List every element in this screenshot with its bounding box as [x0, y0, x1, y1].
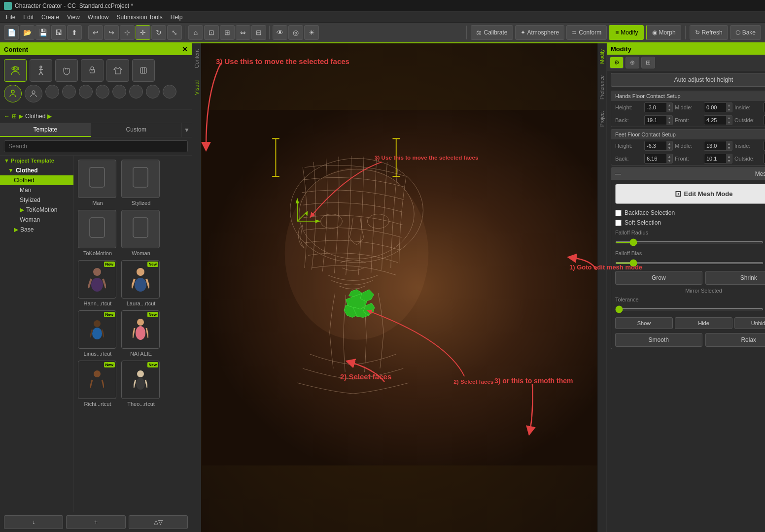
- footer-down-btn[interactable]: ↓: [4, 515, 63, 529]
- hands-middle-input[interactable]: ▲▼: [704, 102, 732, 112]
- tab-custom[interactable]: Custom: [91, 123, 182, 137]
- grow-btn[interactable]: Grow: [615, 271, 702, 285]
- menu-window[interactable]: Window: [84, 13, 113, 22]
- light-btn[interactable]: ☀: [304, 25, 319, 40]
- feet-middle-value[interactable]: [704, 142, 726, 150]
- home-btn[interactable]: ⌂: [188, 25, 203, 40]
- menu-edit[interactable]: Edit: [19, 13, 37, 22]
- breadcrumb-clothed[interactable]: Clothed: [25, 113, 45, 120]
- feet-middle-down[interactable]: ▼: [726, 146, 732, 150]
- menu-submission-tools[interactable]: Submission Tools: [113, 13, 167, 22]
- tree-man[interactable]: Man: [0, 185, 73, 195]
- grid-item-natalie[interactable]: New NATALIE: [121, 310, 161, 357]
- grid-item-stylized[interactable]: Stylized: [121, 160, 161, 206]
- modify-tab-grid[interactable]: ⊞: [641, 57, 655, 68]
- menu-create[interactable]: Create: [37, 13, 63, 22]
- grid-item-richi[interactable]: New Richi...rtcut: [78, 361, 117, 407]
- tree-stylized[interactable]: Stylized: [0, 195, 73, 205]
- tab-template[interactable]: Template: [0, 123, 91, 137]
- backface-label[interactable]: Backface Selection: [625, 209, 675, 216]
- tree-woman[interactable]: Woman: [0, 215, 73, 225]
- frame-btn[interactable]: ⊡: [204, 25, 219, 40]
- modify-tab-settings[interactable]: ⚙: [610, 57, 624, 68]
- figure-type-btn[interactable]: [4, 85, 22, 102]
- hands-back-up[interactable]: ▲: [666, 116, 672, 120]
- feet-front-down[interactable]: ▼: [726, 159, 732, 163]
- scale-btn[interactable]: ⤡: [167, 25, 182, 40]
- tabs-expand-btn[interactable]: ▼: [182, 123, 192, 137]
- grid-item-laura[interactable]: New Laura...rtcut: [121, 260, 161, 306]
- character-icon-btn[interactable]: [4, 59, 27, 82]
- footer-edit-btn[interactable]: △▽: [129, 515, 188, 529]
- content-panel-close[interactable]: ✕: [182, 45, 188, 53]
- hands-middle-down[interactable]: ▼: [726, 107, 732, 112]
- grid-item-woman[interactable]: Woman: [121, 210, 161, 256]
- grid-item-man[interactable]: Man: [78, 160, 117, 206]
- falloff-bias-slider[interactable]: [615, 262, 764, 264]
- circle-btn-9[interactable]: [146, 85, 160, 99]
- hands-front-value[interactable]: [704, 116, 726, 124]
- new-btn[interactable]: 📄: [4, 25, 19, 40]
- grid-btn[interactable]: ⊞: [220, 25, 235, 40]
- hands-back-down[interactable]: ▼: [666, 120, 672, 125]
- hands-height-value[interactable]: [645, 103, 666, 111]
- search-input[interactable]: [4, 140, 188, 152]
- redo-btn[interactable]: ↪: [104, 25, 119, 40]
- auto-adjust-btn[interactable]: Auto adjust foot height: [611, 73, 765, 87]
- hands-height-input[interactable]: ▲▼: [644, 102, 673, 112]
- soft-selection-label[interactable]: Soft Selection: [625, 219, 661, 226]
- circle-btn-6[interactable]: [96, 85, 109, 99]
- circle-btn-8[interactable]: [129, 85, 143, 99]
- feet-height-value[interactable]: [645, 142, 666, 150]
- feet-back-down[interactable]: ▼: [666, 159, 672, 163]
- right-tab-project[interactable]: Project: [598, 105, 606, 133]
- accessory-icon-btn[interactable]: [132, 59, 155, 82]
- feet-front-input[interactable]: ▲▼: [704, 154, 732, 164]
- calibrate-btn[interactable]: ⚖ Calibrate: [471, 25, 513, 40]
- hands-front-up[interactable]: ▲: [726, 116, 732, 120]
- bake-btn[interactable]: ⬡ Bake: [730, 25, 761, 40]
- grid-item-theo[interactable]: New Theo...rtcut: [121, 361, 161, 407]
- hands-front-input[interactable]: ▲▼: [704, 115, 732, 125]
- hands-back-input[interactable]: ▲▼: [644, 115, 673, 125]
- hand-icon-btn[interactable]: [55, 59, 78, 82]
- hands-middle-value[interactable]: [704, 103, 726, 111]
- skeleton-icon-btn[interactable]: [30, 59, 52, 82]
- feet-middle-input[interactable]: ▲▼: [704, 141, 732, 151]
- breadcrumb-back[interactable]: ←: [4, 113, 10, 120]
- view-mode-btn[interactable]: ⊟: [251, 25, 266, 40]
- circle-btn-7[interactable]: [112, 85, 126, 99]
- circle-btn-10[interactable]: [163, 85, 176, 99]
- modify-btn[interactable]: ≡ Modify: [609, 25, 643, 40]
- feet-back-input[interactable]: ▲▼: [644, 154, 673, 164]
- grid-item-tokomotion[interactable]: ToKoMotion: [78, 210, 117, 256]
- side-tab-visual[interactable]: Visual: [192, 74, 202, 101]
- refresh-btn[interactable]: ↻ Refresh: [690, 25, 728, 40]
- conform-btn[interactable]: ⊃ Conform: [566, 25, 607, 40]
- backface-checkbox[interactable]: [615, 210, 622, 216]
- soft-selection-checkbox[interactable]: [615, 220, 622, 226]
- move-btn[interactable]: ✛: [136, 25, 150, 40]
- menu-help[interactable]: Help: [167, 13, 187, 22]
- tolerance-slider[interactable]: [615, 308, 764, 310]
- eye-btn[interactable]: 👁: [273, 25, 287, 40]
- feet-back-up[interactable]: ▲: [666, 154, 672, 159]
- hands-front-down[interactable]: ▼: [726, 120, 732, 125]
- hands-height-down[interactable]: ▼: [666, 107, 672, 112]
- side-tab-content[interactable]: Content: [192, 43, 202, 74]
- feet-middle-up[interactable]: ▲: [726, 141, 732, 146]
- right-tab-modify[interactable]: Modify: [598, 43, 606, 69]
- collapse-btn[interactable]: —: [615, 170, 621, 177]
- feet-front-value[interactable]: [704, 155, 726, 163]
- select-btn[interactable]: ⊹: [120, 25, 135, 40]
- tree-clothed-selected[interactable]: Clothed: [0, 175, 73, 185]
- tree-tokomotion[interactable]: ▶ToKoMotion: [0, 205, 73, 215]
- morph-btn[interactable]: ◉ Morph: [646, 25, 681, 40]
- relax-btn[interactable]: Relax: [705, 333, 765, 347]
- circle-btn-3[interactable]: [45, 85, 59, 99]
- hands-middle-up[interactable]: ▲: [726, 103, 732, 107]
- hands-height-up[interactable]: ▲: [666, 103, 672, 107]
- menu-view[interactable]: View: [63, 13, 84, 22]
- tree-clothed[interactable]: ▼Clothed: [0, 166, 73, 175]
- tree-base[interactable]: ▶Base: [0, 225, 73, 234]
